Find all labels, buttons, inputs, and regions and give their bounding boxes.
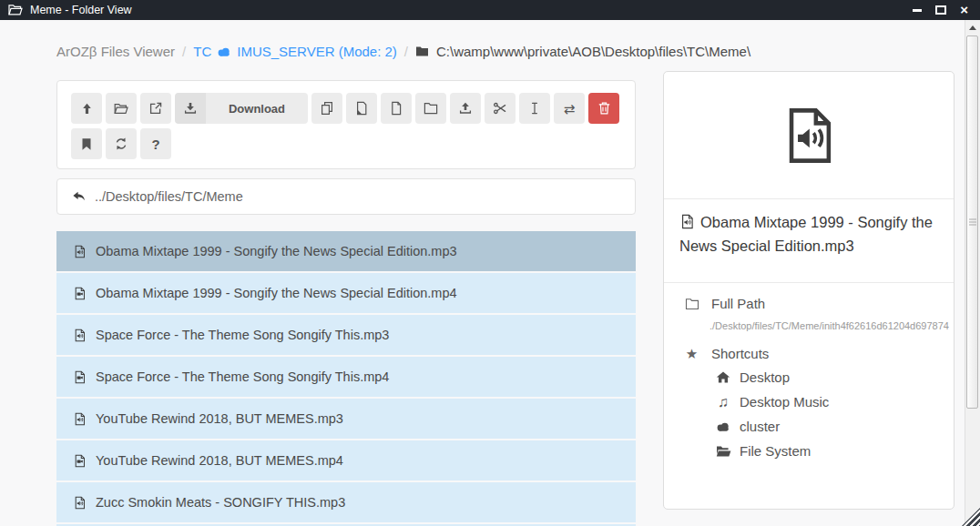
list-item[interactable]: Zucc Smokin Meats - SONGIFY THIS.mp3 [56, 482, 636, 522]
paste-button[interactable] [346, 93, 377, 124]
audio-file-icon [73, 412, 87, 426]
breadcrumb-separator: / [182, 44, 186, 59]
star-icon: ★ [684, 347, 699, 360]
open-button[interactable] [106, 93, 137, 124]
music-note-icon: ♫ [715, 395, 731, 410]
minimize-button[interactable] [913, 9, 922, 12]
new-folder-icon [424, 102, 438, 115]
file-name: Obama Mixtape 1999 - Songify the News Sp… [96, 244, 457, 258]
upload-button[interactable] [450, 93, 481, 124]
file-list: Obama Mixtape 1999 - Songify the News Sp… [56, 231, 636, 526]
download-button[interactable]: Download [175, 93, 308, 124]
full-path-section: Full Path [664, 283, 954, 311]
scroll-up-button[interactable] [965, 20, 980, 35]
new-file-icon [389, 101, 403, 116]
toolbar-row-2: ? [71, 128, 621, 159]
selected-file-title: Obama Mixtape 1999 - Songify the News Sp… [664, 199, 954, 283]
delete-button[interactable] [588, 93, 619, 124]
copy-button[interactable] [311, 93, 342, 124]
cut-button[interactable] [485, 93, 516, 124]
audio-file-icon [73, 245, 87, 258]
question-mark-icon: ? [151, 137, 159, 151]
cloud-icon [715, 421, 731, 432]
up-button[interactable] [71, 93, 102, 124]
breadcrumb: ArOZβ Files Viewer / TC IMUS_SERVER (Mod… [56, 44, 750, 59]
new-folder-button[interactable] [415, 93, 446, 124]
list-item[interactable]: Obama Mixtape 1999 - Songify the News Sp… [56, 231, 636, 271]
download-label: Download [206, 93, 308, 124]
file-name: Obama Mixtape 1999 - Songify the News Sp… [96, 286, 457, 300]
move-button[interactable]: ⇄ [554, 93, 585, 124]
window-controls: × [913, 4, 972, 16]
list-item[interactable]: Space Force - The Theme Song Songify Thi… [56, 315, 636, 355]
list-item[interactable]: YouTube Rewind 2018, BUT MEMES.mp3 [56, 399, 636, 439]
scrollbar-thumb[interactable] [966, 35, 978, 409]
paste-icon [354, 101, 369, 116]
vertical-scrollbar[interactable] [965, 20, 980, 526]
refresh-button[interactable] [106, 128, 137, 159]
shortcut-list: Desktop ♫ Desktop Music cluster [664, 361, 954, 463]
shortcut-desktop-music[interactable]: ♫ Desktop Music [664, 389, 954, 414]
list-item[interactable]: YouTube Rewind 2018, BUT MEMES.mp4 [56, 440, 636, 480]
audio-file-icon [73, 496, 87, 510]
open-in-new-window-button[interactable] [140, 93, 171, 124]
current-path-text: C:\wamp\www\private\AOB\Desktop\files\TC… [436, 44, 750, 59]
external-link-icon [148, 101, 163, 116]
bookmark-button[interactable] [71, 128, 102, 159]
help-button[interactable]: ? [140, 128, 171, 159]
list-item[interactable]: Space Force - The Theme Song Songify Thi… [56, 357, 636, 397]
shortcut-desktop[interactable]: Desktop [664, 365, 954, 389]
close-button[interactable]: × [960, 4, 968, 16]
selected-file-name: Obama Mixtape 1999 - Songify the News Sp… [679, 214, 933, 254]
app-window: Meme - Folder View × ArOZβ Files Viewer … [0, 0, 980, 526]
scissors-icon [493, 101, 507, 116]
folder-outline-icon [684, 298, 699, 310]
file-name: Zucc Smokin Meats - SONGIFY THIS.mp3 [96, 495, 345, 510]
list-item[interactable]: Obama Mixtape 1999 - Songify the News Sp… [56, 273, 636, 313]
file-name: Space Force - The Theme Song Songify Thi… [96, 328, 389, 342]
folder-icon [415, 46, 429, 57]
server-name: IMUS_SERVER (Mode: 2) [237, 44, 397, 59]
shortcut-label: File System [740, 443, 811, 459]
shortcut-label: Desktop Music [740, 394, 829, 410]
video-file-icon [73, 454, 87, 468]
copy-icon [320, 101, 334, 116]
breadcrumb-separator: / [404, 44, 408, 59]
file-name: Space Force - The Theme Song Songify Thi… [96, 369, 389, 384]
file-name: YouTube Rewind 2018, BUT MEMES.mp4 [96, 453, 343, 468]
shortcut-file-system[interactable]: File System [664, 439, 954, 463]
breadcrumb-current-path: C:\wamp\www\private\AOB\Desktop\files\TC… [415, 44, 750, 59]
video-file-icon [73, 370, 87, 384]
breadcrumb-app[interactable]: ArOZβ Files Viewer [56, 44, 175, 59]
file-name: YouTube Rewind 2018, BUT MEMES.mp3 [96, 411, 343, 426]
video-file-icon [73, 287, 87, 300]
title-bar: Meme - Folder View × [0, 0, 980, 20]
toolbar: Download [56, 80, 636, 169]
audio-file-icon [679, 214, 695, 236]
maximize-button[interactable] [935, 5, 946, 15]
swap-arrows-icon: ⇄ [564, 102, 576, 116]
folder-open-icon [114, 102, 128, 116]
breadcrumb-server-link[interactable]: TC IMUS_SERVER (Mode: 2) [193, 44, 397, 59]
go-up-reply-icon[interactable] [72, 191, 87, 203]
full-path-label: Full Path [711, 296, 765, 311]
new-file-button[interactable] [381, 93, 412, 124]
home-icon [715, 370, 731, 384]
path-bar: ../Desktop/files/TC/Meme [56, 178, 636, 215]
server-prefix: TC [193, 44, 211, 59]
folder-open-icon [715, 445, 731, 458]
shortcut-cluster[interactable]: cluster [664, 414, 954, 439]
properties-panel: Obama Mixtape 1999 - Songify the News Sp… [663, 71, 954, 510]
shortcuts-section: ★ Shortcuts [664, 331, 954, 361]
cloud-icon [217, 46, 231, 57]
download-icon [175, 93, 206, 124]
file-preview [664, 72, 954, 199]
triangle-up-icon [969, 25, 976, 30]
relative-path-text: ../Desktop/files/TC/Meme [95, 189, 243, 204]
upload-icon [458, 101, 473, 116]
scrollbar-grip-icon [969, 222, 976, 223]
file-info: Full Path ./Desktop/files/TC/Meme/inith4… [664, 283, 954, 463]
rename-button[interactable] [519, 93, 550, 124]
audio-file-icon [73, 329, 87, 342]
toolbar-row-1: Download [71, 93, 621, 124]
